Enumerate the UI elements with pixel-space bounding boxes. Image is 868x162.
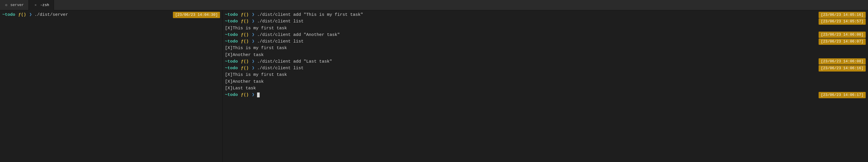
tab-server-label: server [10,3,24,7]
prompt-symbol: ƒ() [241,32,249,38]
prompt-symbol: ƒ() [241,58,249,65]
prompt-arrow: ❯ [249,38,257,45]
prompt-symbol: ƒ() [241,38,249,45]
cmd-text: ./dist/server [34,11,68,18]
table-row: ~todo ƒ() ❯ ./dist/client list [23/06/23… [225,65,866,71]
prompt-arrow: ❯ [249,65,257,71]
cmd-text: ./dist/client list [257,18,304,25]
minimize-icon: ⊖ [5,3,8,7]
prompt-todo: ~todo [225,18,238,25]
table-row: ~todo ƒ() ❯ ./dist/server [23/06/23 14:0… [2,11,220,18]
prompt-todo: ~todo [225,32,238,38]
prompt-symbol: ƒ() [241,11,249,18]
tab-server[interactable]: ⊖ server [0,0,29,10]
prompt-todo: ~todo [225,58,238,65]
tab-zsh-label: -zsh [40,3,49,7]
table-row: ~todo ƒ() ❯ ./dist/client list [23/06/23… [225,18,866,25]
timestamp: [23/06/23 14:06:17] [818,92,866,98]
timestamp: [23/06/23 14:05:16] [818,12,866,18]
prompt-todo: ~todo [225,92,238,98]
timestamp: [23/06/23 14:06:00] [818,32,866,38]
table-row: ~todo ƒ() ❯ [23/06/23 14:06:17] [225,92,866,98]
table-row: ~todo ƒ() ❯ ./dist/client list [23/06/23… [225,38,866,45]
cmd-text: ./dist/client add "This is my first task… [257,11,363,18]
output-line: [X]This is my first task [225,71,866,78]
prompt-todo: ~todo [225,11,238,18]
prompt-todo: ~todo [225,65,238,71]
timestamp: [23/06/23 14:06:16] [818,65,866,71]
right-panel: ~todo ƒ() ❯ ./dist/client add "This is m… [223,10,868,162]
blank-line [2,18,220,25]
timestamp: [23/06/23 14:06:07] [818,38,866,45]
output-line: [X]Last task [225,85,866,92]
left-panel: ~todo ƒ() ❯ ./dist/server [23/06/23 14:0… [0,10,223,162]
prompt-arrow: ❯ [249,32,257,38]
prompt-symbol: ƒ() [241,65,249,71]
prompt-symbol: ƒ() [241,92,249,98]
prompt-arrow: ❯ [249,18,257,25]
prompt-symbol: ƒ() [241,18,249,25]
cmd-text: ./dist/client list [257,38,304,45]
prompt-arrow: ❯ [249,92,257,98]
close-icon[interactable]: ✕ [33,3,38,7]
tab-bar: ⊖ server ✕ -zsh [0,0,868,10]
prompt-arrow: ❯ [27,11,34,18]
timestamp: [23/06/23 14:06:08] [818,58,866,65]
prompt-todo: ~todo [2,11,15,18]
prompt-arrow: ❯ [249,11,257,18]
prompt-arrow: ❯ [249,58,257,65]
timestamp: [23/06/23 14:05:57] [818,19,866,25]
terminal-cursor [257,93,260,97]
panels: ~todo ƒ() ❯ ./dist/server [23/06/23 14:0… [0,10,868,162]
output-line: [X]This is my first task [225,45,866,52]
right-terminal[interactable]: ~todo ƒ() ❯ ./dist/client add "This is m… [223,10,868,162]
timestamp: [23/06/23 14:04:30] [173,12,220,18]
prompt-todo: ~todo [225,38,238,45]
table-row: ~todo ƒ() ❯ ./dist/client add "Another t… [225,32,866,38]
output-line: [X]Another task [225,78,866,85]
prompt-symbol: ƒ() [19,11,26,18]
cmd-text: ./dist/client add "Another task" [257,32,340,38]
cmd-text: ./dist/client add "Last task" [257,58,332,65]
left-terminal[interactable]: ~todo ƒ() ❯ ./dist/server [23/06/23 14:0… [0,10,222,162]
output-line: [X]Another task [225,52,866,58]
output-line: [X]This is my first task [225,25,866,32]
tab-zsh[interactable]: ✕ -zsh [29,0,54,10]
table-row: ~todo ƒ() ❯ ./dist/client add "Last task… [225,58,866,65]
cmd-text: ./dist/client list [257,65,304,71]
table-row: ~todo ƒ() ❯ ./dist/client add "This is m… [225,11,866,18]
